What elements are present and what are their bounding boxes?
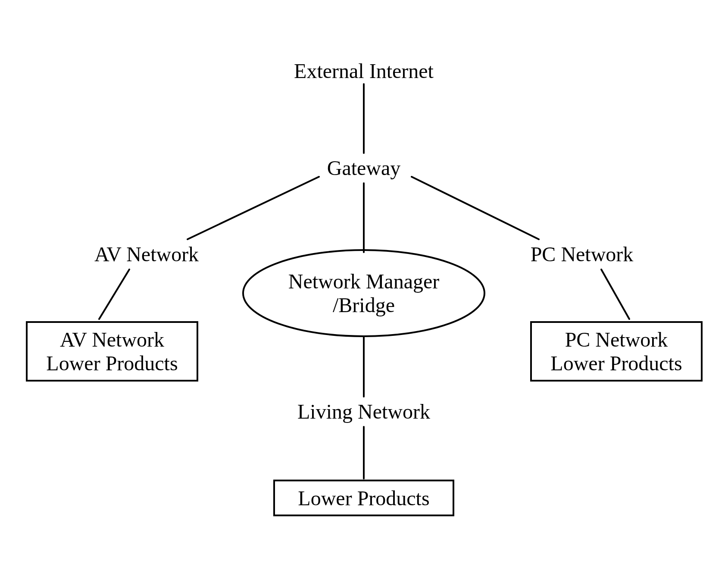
svg-line-1 [187, 177, 319, 239]
node-gateway: Gateway [327, 156, 401, 180]
box-pc-lower-products: PC Network Lower Products [530, 321, 703, 382]
av-box-line2: Lower Products [46, 351, 178, 375]
node-av-network: AV Network [94, 242, 199, 266]
network-manager-line2: /Bridge [288, 293, 440, 317]
av-box-line1: AV Network [60, 328, 164, 351]
network-manager-line1: Network Manager [288, 269, 440, 293]
pc-box-line2: Lower Products [550, 351, 682, 375]
svg-line-2 [412, 177, 539, 239]
svg-line-5 [99, 269, 129, 319]
node-external-internet: External Internet [294, 59, 434, 83]
node-network-manager: Network Manager /Bridge [288, 269, 440, 317]
node-living-network: Living Network [297, 400, 430, 423]
node-pc-network: PC Network [531, 242, 634, 266]
lower-products-text: Lower Products [298, 486, 429, 510]
pc-box-line1: PC Network [565, 328, 668, 351]
box-lower-products: Lower Products [273, 480, 454, 516]
svg-line-6 [601, 269, 629, 319]
box-av-lower-products: AV Network Lower Products [26, 321, 198, 382]
